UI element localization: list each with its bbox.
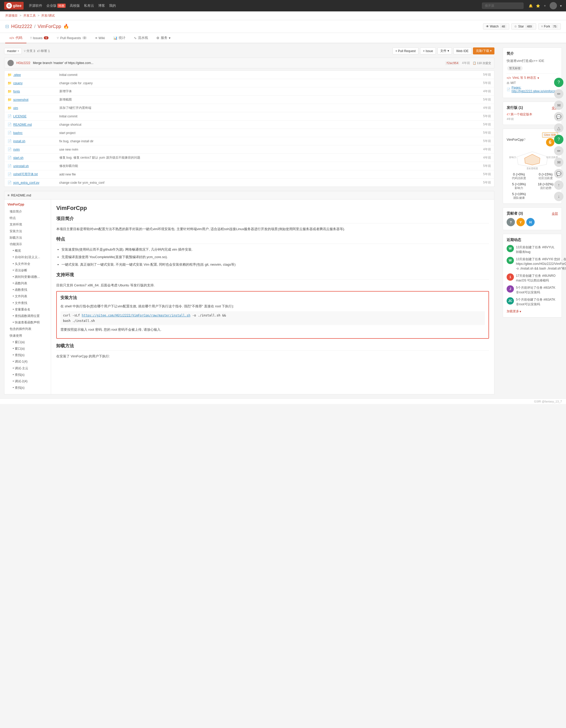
float-help-btn[interactable]: ?: [554, 78, 563, 87]
tab-pipeline[interactable]: ∿ 流水线: [130, 33, 152, 43]
file-link[interactable]: fonts: [13, 90, 20, 93]
toc-item[interactable]: • 文件查找: [8, 300, 48, 306]
plus-icon[interactable]: ＋: [543, 3, 547, 8]
contributors-all[interactable]: 全部: [552, 211, 558, 216]
user-avatar[interactable]: [550, 2, 557, 9]
watch-button[interactable]: 👁 Watch 48: [483, 23, 510, 30]
float-mail-btn[interactable]: ✉: [554, 101, 563, 110]
toc-item[interactable]: • 调试-1(4): [8, 358, 48, 365]
file-link[interactable]: nvim: [13, 148, 20, 151]
toc-item[interactable]: • 文件列表: [8, 293, 48, 300]
toc-item[interactable]: • 查找(s): [8, 372, 48, 378]
sidebar-license[interactable]: ⚖ MIT: [507, 81, 558, 85]
float-down-btn[interactable]: ↓: [554, 192, 563, 201]
file-link[interactable]: vim: [13, 106, 18, 110]
toc-item[interactable]: 卸载方法: [8, 235, 48, 241]
branch-selector[interactable]: master ▾: [4, 48, 22, 54]
file-link[interactable]: README.md: [13, 123, 32, 126]
file-link[interactable]: ycm_extra_conf.py: [13, 181, 39, 185]
toc-item[interactable]: 支持环境: [8, 221, 48, 228]
toc-item[interactable]: • 调试-主云: [8, 365, 48, 372]
gitee-logo[interactable]: G gitee: [4, 2, 24, 10]
contributor-avatar[interactable]: Y: [517, 218, 525, 226]
float-chat-btn[interactable]: 💬: [554, 112, 563, 121]
tab-wiki[interactable]: ≡ Wiki: [91, 33, 109, 43]
gitee-score-info[interactable]: ?: [524, 138, 526, 142]
toc-item[interactable]: • 函数列表: [8, 280, 48, 287]
breadcrumb-open-source[interactable]: 开源项目: [5, 14, 18, 17]
file-link[interactable]: uninstall.sh: [13, 164, 29, 168]
pages-link[interactable]: Pages: http://hgtz2222.gitee.io/vimforcp…: [512, 86, 558, 93]
contributor-avatar[interactable]: ?: [507, 218, 515, 226]
file-link[interactable]: LICENSE: [13, 115, 26, 118]
release-link[interactable]: 第一个稳定版本: [511, 112, 532, 116]
toc-item[interactable]: • 自动补全(语义义...: [8, 254, 48, 260]
breadcrumb-dev-debug[interactable]: 开发/调试: [41, 14, 54, 17]
star-button[interactable]: ☆ Star 489: [511, 23, 536, 30]
file-link[interactable]: .gitee: [13, 73, 21, 77]
file-link[interactable]: install.sh: [13, 139, 25, 143]
issue-button[interactable]: + Issue: [420, 47, 436, 54]
toc-item[interactable]: • 语法诊断: [8, 267, 48, 274]
nav-college[interactable]: 高校版: [70, 3, 80, 8]
toc-item[interactable]: • 查找(s): [8, 352, 48, 358]
toc-item[interactable]: • 跳转到变量/函数...: [8, 274, 48, 280]
fork-button[interactable]: ⑂ Fork 75: [538, 23, 561, 30]
nav-private-cloud[interactable]: 私有云: [84, 3, 94, 8]
search-input[interactable]: [482, 3, 524, 9]
clone-button[interactable]: 克隆/下载 ▾: [473, 47, 494, 54]
float-help2-btn[interactable]: ?: [554, 135, 563, 144]
sidebar-language[interactable]: </> VimL 等 5 种语言 ▾: [507, 76, 558, 80]
branch-stat[interactable]: ⑂ 分支 3: [24, 49, 35, 53]
toc-item[interactable]: • 查找函数调用位置: [8, 313, 48, 319]
float-mail2-btn[interactable]: ✉: [554, 158, 563, 167]
float-edit-btn[interactable]: ✏: [554, 89, 563, 98]
toc-item[interactable]: 特点: [8, 215, 48, 221]
toc-item[interactable]: 包含的插件列表: [8, 326, 48, 332]
toc-item[interactable]: 功能演示: [8, 241, 48, 248]
toc-item[interactable]: • 调试-2(4): [8, 378, 48, 385]
repo-owner[interactable]: HGtz2222: [11, 24, 32, 29]
bell-icon[interactable]: 🔔: [529, 4, 533, 8]
nav-blog[interactable]: 博客: [98, 3, 105, 8]
toc-item[interactable]: • 概览: [8, 248, 48, 254]
commit-count[interactable]: 📋 110 次提交: [473, 61, 491, 65]
float-up-btn[interactable]: ↑: [554, 180, 563, 190]
commit-sha[interactable]: f2ac954: [445, 61, 459, 65]
float-warning-btn[interactable]: △: [554, 123, 563, 133]
file-link[interactable]: screenshot: [13, 98, 29, 102]
star-icon[interactable]: ⭐: [536, 4, 540, 8]
toc-item[interactable]: • 查找(s): [8, 385, 48, 391]
repo-name[interactable]: VimForCpp: [38, 24, 61, 29]
file-link[interactable]: xshell可用字体.txt: [13, 172, 38, 176]
toc-item[interactable]: 安装方法: [8, 228, 48, 235]
toc-item[interactable]: 快速使用: [8, 333, 48, 339]
file-link[interactable]: start.sh: [13, 156, 23, 160]
web-ide-button[interactable]: Web IDE: [454, 47, 472, 54]
toc-item[interactable]: • 头文件补全: [8, 261, 48, 267]
file-link[interactable]: bashrc: [13, 131, 23, 135]
tab-issues[interactable]: ! Issues 9: [26, 33, 53, 43]
install-link[interactable]: https://gitee.com/HGtz2222/VimForCpp/raw…: [82, 314, 190, 317]
float-edit2-btn[interactable]: ✏: [554, 146, 563, 156]
tab-stats[interactable]: 📊 统计: [109, 33, 130, 43]
commit-author[interactable]: HGtz2222: [16, 61, 30, 65]
toc-item[interactable]: • 快速查看函数声明: [8, 319, 48, 326]
nav-enterprise[interactable]: 企业版 特惠: [46, 3, 66, 8]
toc-item[interactable]: • 窗口(a): [8, 339, 48, 345]
tag-stat[interactable]: 🏷 标签 1: [37, 49, 50, 53]
tab-pr[interactable]: ⑂ Pull Requests 0: [53, 33, 91, 43]
see-more-button[interactable]: 加载更多 ▾: [507, 309, 558, 314]
float-msg-btn[interactable]: 💬: [554, 169, 563, 178]
toc-item[interactable]: • 窗口(a): [8, 345, 48, 352]
tab-services[interactable]: ⚙ 服务 ▾: [152, 33, 175, 43]
breadcrumb-dev-tools[interactable]: 开发工具: [23, 14, 36, 17]
nav-open-source[interactable]: 开源软件: [29, 3, 42, 8]
nav-my[interactable]: 我的: [109, 3, 116, 8]
tab-code[interactable]: </> 代码: [5, 33, 26, 43]
file-button[interactable]: 文件 ▾: [437, 47, 452, 54]
contributor-avatar[interactable]: H: [526, 218, 535, 226]
toc-item[interactable]: • 函数查找: [8, 287, 48, 293]
toc-item[interactable]: 项目简介: [8, 208, 48, 215]
avatar-dropdown-icon[interactable]: ▾: [560, 4, 562, 8]
